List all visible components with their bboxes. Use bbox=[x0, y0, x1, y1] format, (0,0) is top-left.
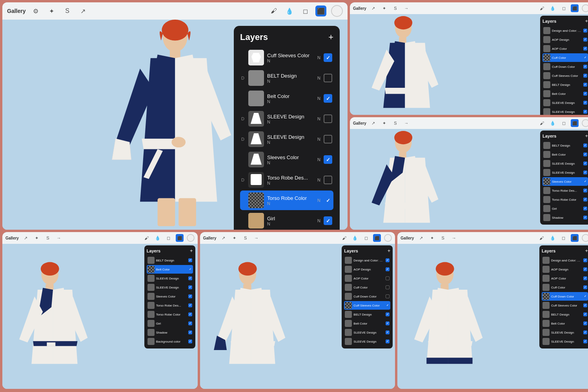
layer-checkbox[interactable]: ✓ bbox=[583, 56, 587, 60]
bl-s-icon[interactable]: S bbox=[44, 234, 52, 242]
br-brush-icon[interactable]: 🖌 bbox=[538, 234, 546, 242]
layer-checkbox[interactable]: ✓ bbox=[188, 330, 192, 334]
tr1-pen-icon[interactable]: ✦ bbox=[380, 4, 388, 12]
tr2-gallery-button[interactable]: Gallery bbox=[353, 121, 366, 125]
layer-row[interactable]: Shadow✓ bbox=[147, 328, 193, 337]
layer-checkbox[interactable]: ✓ bbox=[583, 189, 587, 192]
layer-row[interactable]: Belt Color✓ bbox=[542, 319, 588, 328]
layer-row[interactable]: SLEEVE Design✓ bbox=[542, 168, 588, 177]
layer-row[interactable]: BELT Design✓ bbox=[542, 80, 588, 89]
bm-cursor-icon[interactable]: ↗ bbox=[220, 234, 228, 242]
tr1-add-btn[interactable]: + bbox=[585, 18, 588, 24]
layer-row[interactable]: Cuff Color bbox=[344, 283, 390, 292]
tr1-s-icon[interactable]: S bbox=[391, 4, 399, 12]
layer-checkbox[interactable]: ✓ bbox=[583, 47, 587, 51]
layer-row[interactable]: Cuff Color✓ bbox=[542, 53, 588, 62]
layer-row[interactable]: SLEEVE Design✓ bbox=[542, 98, 588, 107]
bl-layers-icon[interactable]: ⬛ bbox=[176, 234, 184, 242]
layer-row[interactable]: AOP Design✓ bbox=[344, 265, 390, 274]
br-color-picker[interactable] bbox=[582, 234, 588, 242]
layer-row[interactable]: Sleeves ColorNN✓ bbox=[240, 150, 333, 169]
tr2-brush-icon[interactable]: 🖌 bbox=[538, 119, 546, 127]
layer-checkbox[interactable]: ✓ bbox=[188, 294, 192, 298]
tr2-arrow-icon[interactable]: → bbox=[402, 119, 410, 127]
layer-checkbox[interactable]: ✓ bbox=[324, 94, 332, 103]
wand-icon[interactable]: ✦ bbox=[46, 5, 57, 16]
layer-checkbox[interactable]: ✓ bbox=[583, 285, 587, 289]
layers-icon[interactable]: ⬛ bbox=[315, 5, 326, 16]
layer-checkbox[interactable]: ✓ bbox=[188, 285, 192, 289]
tr1-cursor-icon[interactable]: ↗ bbox=[370, 4, 377, 12]
layer-checkbox[interactable] bbox=[324, 114, 332, 123]
bl-smear-icon[interactable]: 💧 bbox=[154, 234, 162, 242]
tr2-add-btn[interactable]: + bbox=[585, 133, 588, 139]
layer-row[interactable]: DSLEEVE DesignNN bbox=[240, 129, 333, 149]
layer-checkbox[interactable]: ✓ bbox=[583, 207, 587, 211]
bl-color-picker[interactable] bbox=[187, 234, 195, 242]
layer-checkbox[interactable]: ✓ bbox=[188, 303, 192, 307]
layer-checkbox[interactable]: ✓ bbox=[188, 276, 192, 280]
br-arrow-icon[interactable]: → bbox=[450, 234, 458, 242]
bm-s-icon[interactable]: S bbox=[242, 234, 249, 242]
layer-row[interactable]: SLEEVE Design✓ bbox=[542, 159, 588, 168]
bl-cursor-icon[interactable]: ↗ bbox=[22, 234, 30, 242]
bl-pen-icon[interactable]: ✦ bbox=[33, 234, 41, 242]
layer-checkbox[interactable]: ✓ bbox=[583, 171, 587, 174]
layer-checkbox[interactable] bbox=[324, 74, 332, 82]
layer-checkbox[interactable]: ✓ bbox=[583, 152, 587, 156]
tr2-smear-icon[interactable]: 💧 bbox=[549, 119, 557, 127]
layer-row[interactable]: DBELT DesignNN bbox=[240, 68, 333, 88]
layer-row[interactable]: AOP Color✓ bbox=[542, 274, 588, 283]
layer-row[interactable]: Torso Robe Color✓ bbox=[542, 195, 588, 204]
layer-checkbox[interactable]: ✓ bbox=[583, 258, 587, 262]
layer-row[interactable]: SLEEVE Design✓ bbox=[542, 328, 588, 337]
layer-checkbox[interactable] bbox=[386, 285, 390, 289]
tr1-color-picker[interactable] bbox=[582, 4, 588, 12]
layer-row[interactable]: AOP Design✓ bbox=[542, 265, 588, 274]
layer-checkbox[interactable] bbox=[324, 135, 332, 143]
eraser-icon[interactable]: ◻ bbox=[300, 5, 311, 16]
tr1-smear-icon[interactable]: 💧 bbox=[549, 4, 557, 12]
layer-checkbox[interactable]: ✓ bbox=[583, 276, 587, 280]
layer-row[interactable]: Shadow✓ bbox=[542, 213, 588, 222]
bm-pen-icon[interactable]: ✦ bbox=[231, 234, 238, 242]
layer-checkbox[interactable]: ✓ bbox=[583, 312, 587, 316]
layer-checkbox[interactable]: ✓ bbox=[583, 92, 587, 96]
layer-row[interactable]: DTorso Robe Des...NN bbox=[240, 170, 333, 190]
layer-row[interactable]: Design and Color: Robe✓ bbox=[542, 26, 588, 35]
br-smear-icon[interactable]: 💧 bbox=[549, 234, 557, 242]
layer-checkbox[interactable]: ✓ bbox=[386, 312, 390, 316]
strikethrough-icon[interactable]: S bbox=[62, 5, 73, 16]
layer-row[interactable]: SLEEVE Design✓ bbox=[542, 337, 588, 346]
layer-checkbox[interactable]: ✓ bbox=[583, 74, 587, 78]
br-pen-icon[interactable]: ✦ bbox=[428, 234, 436, 242]
layer-row[interactable]: SLEEVE Design✓ bbox=[147, 283, 193, 292]
layer-row[interactable]: GirlNN✓ bbox=[240, 211, 333, 230]
color-picker[interactable] bbox=[331, 5, 343, 17]
layer-checkbox[interactable]: ✓ bbox=[324, 216, 332, 225]
layer-row[interactable]: Belt Color✓ bbox=[542, 150, 588, 159]
bm-layers-icon[interactable]: ⬛ bbox=[373, 234, 381, 242]
br-add-btn[interactable]: + bbox=[585, 248, 588, 254]
layer-checkbox[interactable]: ✓ bbox=[583, 339, 587, 343]
layer-checkbox[interactable]: ✓ bbox=[583, 29, 587, 33]
layer-checkbox[interactable]: ✓ bbox=[583, 65, 587, 69]
layer-checkbox[interactable]: ✓ bbox=[386, 267, 390, 271]
layer-checkbox[interactable]: ✓ bbox=[188, 258, 192, 262]
layer-row[interactable]: Background color✓ bbox=[147, 337, 193, 346]
bl-arrow-icon[interactable]: → bbox=[55, 234, 63, 242]
layer-row[interactable]: AOP Design✓ bbox=[542, 35, 588, 44]
layer-checkbox[interactable] bbox=[324, 176, 332, 184]
layer-checkbox[interactable]: ✓ bbox=[324, 155, 332, 164]
layer-row[interactable]: Cuff Down Color✓ bbox=[542, 62, 588, 71]
tr1-layers-icon[interactable]: ⬛ bbox=[571, 4, 579, 12]
bm-arrow-icon[interactable]: → bbox=[253, 234, 260, 242]
layer-checkbox[interactable]: ✓ bbox=[583, 110, 587, 114]
layer-row[interactable]: Sleeves Color✓ bbox=[542, 177, 588, 186]
br-cursor-icon[interactable]: ↗ bbox=[417, 234, 425, 242]
layer-checkbox[interactable]: ✓ bbox=[386, 321, 390, 325]
layer-row[interactable]: Cuff Sleeves ColorNN✓ bbox=[240, 48, 333, 67]
layer-checkbox[interactable]: ✓ bbox=[583, 216, 587, 220]
layer-row[interactable]: SLEEVE Design✓ bbox=[344, 328, 390, 337]
layer-row[interactable]: Torso Robe Color✓ bbox=[147, 310, 193, 319]
